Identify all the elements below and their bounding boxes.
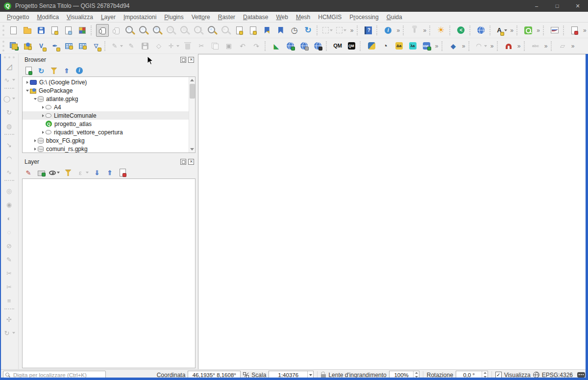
zoom-last[interactable]: ◂ <box>206 24 219 37</box>
python-console[interactable] <box>365 40 378 52</box>
expand-all[interactable]: ⇓ <box>92 168 102 177</box>
lambda-attributes-plugin[interactable]: λa <box>406 40 419 52</box>
timer-plugin[interactable]: ◔ <box>379 40 392 52</box>
new-map-view[interactable] <box>233 24 246 37</box>
toolbar-handle[interactable] <box>4 56 15 59</box>
dropdown-arrow-icon[interactable] <box>85 172 89 174</box>
delta-attributes-plugin[interactable]: Δa <box>392 40 405 52</box>
browser-scrollbar[interactable] <box>189 77 195 152</box>
filter-legend[interactable] <box>63 168 74 177</box>
menu-visualizza[interactable]: Visualizza <box>63 13 97 22</box>
browser-item-progetto-atlas[interactable]: Qprogetto_atlas <box>23 120 195 128</box>
dropdown-arrow-icon[interactable] <box>11 79 16 81</box>
new-shapefile-layer[interactable]: V <box>35 40 48 52</box>
report-plugin[interactable] <box>568 24 581 37</box>
coordinate-extent-toggle-icon[interactable] <box>243 372 249 378</box>
layers-list-empty[interactable] <box>22 178 196 368</box>
refresh-map[interactable]: ↻ <box>302 24 315 37</box>
menu-impostazioni[interactable]: Impostazioni <box>120 13 160 22</box>
browser-item-geopackage[interactable]: GeoPackage <box>23 86 195 95</box>
browser-item-a4[interactable]: A4 <box>23 103 195 111</box>
minimize-button[interactable]: – <box>526 0 547 12</box>
new-mesh-layer[interactable]: ▽ <box>90 40 102 52</box>
chevron-right-icon[interactable] <box>40 131 46 134</box>
new-project[interactable] <box>7 24 20 37</box>
browser-item-limitecomunale[interactable]: LimiteComunale <box>23 111 195 120</box>
chevron-right-icon[interactable] <box>40 114 46 117</box>
style-manager[interactable] <box>76 24 89 37</box>
new-print-layout[interactable] <box>49 24 61 37</box>
map-canvas[interactable] <box>198 54 588 369</box>
show-spatial-bookmarks[interactable] <box>274 24 287 37</box>
add-selected-layers[interactable] <box>23 66 34 76</box>
dropdown-arrow-icon[interactable] <box>329 29 333 31</box>
browser-item-riquadri-vettore-copertura[interactable]: riquadri_vettore_copertura <box>23 128 195 136</box>
browser-item-g-google-drive[interactable]: G:\ (Google Drive) <box>23 78 195 86</box>
scroll-up-icon[interactable] <box>189 77 195 83</box>
auto-translate-plugin[interactable]: A <box>494 24 508 37</box>
menu-layer[interactable]: Layer <box>97 13 120 22</box>
toolbar-overflow-icon[interactable] <box>421 25 428 36</box>
browser-properties[interactable]: i <box>74 66 85 76</box>
browser-item-comuni-rs-gpkg[interactable]: comuni_rs.gpkg <box>23 145 195 153</box>
measure-angle-plugin[interactable]: ◣ <box>270 40 283 52</box>
sun-calc-plugin[interactable]: ☀ <box>435 24 447 37</box>
menu-database[interactable]: Database <box>239 13 272 22</box>
dropdown-arrow-icon[interactable] <box>175 45 180 47</box>
refresh-browser[interactable]: ↻ <box>36 66 47 76</box>
identify-features[interactable]: i <box>382 24 394 37</box>
dropdown-arrow-icon[interactable] <box>483 45 488 47</box>
chevron-down-icon[interactable] <box>24 90 30 92</box>
qm-plugin[interactable]: QM <box>331 40 344 52</box>
toolbar-overflow-icon[interactable] <box>542 41 549 51</box>
show-layout-manager[interactable] <box>62 24 75 37</box>
kml-tools-plugin[interactable]: KML <box>420 40 433 52</box>
new-virtual-layer[interactable] <box>76 40 89 52</box>
add-group[interactable] <box>36 168 47 177</box>
measure-area[interactable]: ◿ <box>3 60 16 73</box>
web-maps-plugin[interactable] <box>475 24 488 37</box>
temporal-controller[interactable]: ◷ <box>288 24 301 37</box>
toolbar-overflow-icon[interactable] <box>395 25 401 36</box>
new-3d-map-view[interactable] <box>247 24 260 37</box>
menu-processing[interactable]: Processing <box>345 13 382 22</box>
layers-float-icon[interactable] <box>180 159 186 165</box>
toolbar-overflow-icon[interactable] <box>509 25 515 36</box>
open-layer-styling[interactable]: ✎ <box>23 168 34 177</box>
browser-item-atlante-gpkg[interactable]: atlante.gpkg <box>23 95 195 103</box>
scroll-down-icon[interactable] <box>189 146 195 152</box>
menu-web[interactable]: Web <box>272 13 292 22</box>
manage-map-themes[interactable] <box>49 168 61 177</box>
chevron-right-icon[interactable] <box>32 148 38 151</box>
quickmap-add-basemap[interactable] <box>284 40 296 52</box>
toolbar-overflow-icon[interactable] <box>582 25 588 36</box>
dropdown-arrow-icon[interactable] <box>503 29 508 31</box>
toolbar-handle[interactable] <box>2 41 5 51</box>
dropdown-arrow-icon[interactable] <box>56 172 60 174</box>
menu-raster[interactable]: Raster <box>214 13 239 22</box>
menu-progetto[interactable]: Progetto <box>3 13 33 22</box>
dropdown-arrow-icon[interactable] <box>11 332 16 334</box>
share-plugin[interactable]: < <box>455 24 467 37</box>
pan-map[interactable] <box>96 24 109 37</box>
browser-float-icon[interactable] <box>180 57 186 63</box>
dropdown-arrow-icon[interactable] <box>11 98 16 100</box>
qm-console-plugin[interactable]: QM <box>345 40 358 52</box>
menu-modifica[interactable]: Modifica <box>33 13 63 22</box>
menu-vettore[interactable]: Vettore <box>188 13 214 22</box>
osm-place-search[interactable] <box>311 40 324 52</box>
scrollbar-thumb[interactable] <box>190 84 195 99</box>
quickmap-search[interactable] <box>297 40 310 52</box>
chevron-down-icon[interactable] <box>32 98 38 100</box>
new-geopackage-layer[interactable] <box>21 40 34 52</box>
search-layers-plugin[interactable] <box>522 24 535 37</box>
open-project[interactable] <box>21 24 34 37</box>
save-project[interactable] <box>35 24 48 37</box>
data-plot-plugin[interactable] <box>548 24 561 37</box>
toolbar-overflow-icon[interactable] <box>489 41 495 51</box>
snapping-toggle[interactable] <box>502 40 515 52</box>
layers-close-icon[interactable] <box>188 159 194 165</box>
zoom-out[interactable]: − <box>137 24 150 37</box>
browser-item-bbox-fg-gpkg[interactable]: bbox_FG.gpkg <box>23 136 195 145</box>
chevron-right-icon[interactable] <box>40 106 46 109</box>
